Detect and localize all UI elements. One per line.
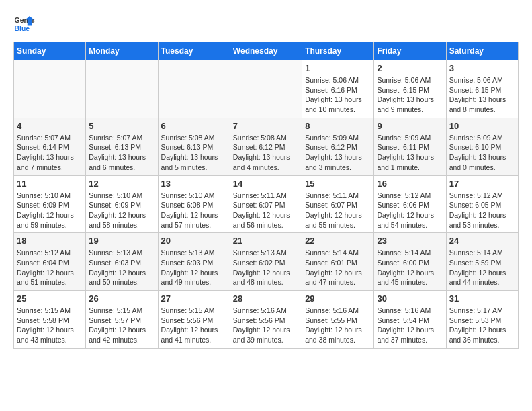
cell-day-number: 31 xyxy=(449,293,515,304)
cell-day-number: 3 xyxy=(449,63,515,73)
calendar-cell: 14Sunrise: 5:11 AMSunset: 6:07 PMDayligh… xyxy=(230,175,302,233)
cell-info: Sunrise: 5:06 AMSunset: 6:16 PMDaylight:… xyxy=(305,75,371,115)
calendar-cell: 8Sunrise: 5:09 AMSunset: 6:12 PMDaylight… xyxy=(302,118,374,175)
cell-day-number: 7 xyxy=(233,121,299,131)
cell-day-number: 15 xyxy=(305,179,371,189)
calendar-cell: 7Sunrise: 5:08 AMSunset: 6:12 PMDaylight… xyxy=(230,118,302,175)
header-monday: Monday xyxy=(86,42,158,60)
page-header: General Blue xyxy=(13,13,519,35)
cell-info: Sunrise: 5:16 AMSunset: 5:54 PMDaylight:… xyxy=(377,306,443,345)
cell-day-number: 26 xyxy=(89,293,154,304)
calendar-cell: 21Sunrise: 5:13 AMSunset: 6:02 PMDayligh… xyxy=(230,233,302,291)
calendar-cell: 10Sunrise: 5:09 AMSunset: 6:10 PMDayligh… xyxy=(446,118,518,175)
calendar-cell: 26Sunrise: 5:15 AMSunset: 5:57 PMDayligh… xyxy=(86,291,158,349)
calendar-cell: 29Sunrise: 5:16 AMSunset: 5:55 PMDayligh… xyxy=(302,291,374,349)
calendar-cell: 24Sunrise: 5:14 AMSunset: 5:59 PMDayligh… xyxy=(446,233,518,291)
cell-info: Sunrise: 5:11 AMSunset: 6:07 PMDaylight:… xyxy=(233,191,299,230)
cell-day-number: 5 xyxy=(89,121,154,131)
cell-info: Sunrise: 5:09 AMSunset: 6:10 PMDaylight:… xyxy=(449,133,515,173)
cell-info: Sunrise: 5:17 AMSunset: 5:53 PMDaylight:… xyxy=(449,306,515,345)
cell-info: Sunrise: 5:10 AMSunset: 6:08 PMDaylight:… xyxy=(161,191,227,230)
calendar-cell xyxy=(230,60,302,118)
calendar-cell: 27Sunrise: 5:15 AMSunset: 5:56 PMDayligh… xyxy=(158,291,230,349)
calendar-cell: 5Sunrise: 5:07 AMSunset: 6:13 PMDaylight… xyxy=(86,118,158,175)
cell-day-number: 1 xyxy=(305,63,371,73)
calendar-cell xyxy=(86,60,158,118)
calendar-cell: 6Sunrise: 5:08 AMSunset: 6:13 PMDaylight… xyxy=(158,118,230,175)
cell-day-number: 6 xyxy=(161,121,227,131)
cell-info: Sunrise: 5:06 AMSunset: 6:15 PMDaylight:… xyxy=(377,75,443,115)
calendar-cell: 4Sunrise: 5:07 AMSunset: 6:14 PMDaylight… xyxy=(14,118,86,175)
calendar-cell xyxy=(158,60,230,118)
cell-info: Sunrise: 5:08 AMSunset: 6:13 PMDaylight:… xyxy=(161,133,227,173)
cell-info: Sunrise: 5:07 AMSunset: 6:13 PMDaylight:… xyxy=(89,133,154,173)
cell-info: Sunrise: 5:10 AMSunset: 6:09 PMDaylight:… xyxy=(17,191,83,230)
cell-info: Sunrise: 5:14 AMSunset: 5:59 PMDaylight:… xyxy=(449,248,515,287)
calendar-cell: 25Sunrise: 5:15 AMSunset: 5:58 PMDayligh… xyxy=(14,291,86,349)
week-row-1: 1Sunrise: 5:06 AMSunset: 6:16 PMDaylight… xyxy=(14,60,519,118)
cell-day-number: 20 xyxy=(161,236,227,246)
cell-day-number: 9 xyxy=(377,121,443,131)
calendar-cell: 13Sunrise: 5:10 AMSunset: 6:08 PMDayligh… xyxy=(158,175,230,233)
cell-info: Sunrise: 5:12 AMSunset: 6:06 PMDaylight:… xyxy=(377,191,443,230)
calendar-cell: 11Sunrise: 5:10 AMSunset: 6:09 PMDayligh… xyxy=(14,175,86,233)
cell-day-number: 24 xyxy=(449,236,515,246)
week-row-5: 25Sunrise: 5:15 AMSunset: 5:58 PMDayligh… xyxy=(14,291,519,349)
cell-day-number: 14 xyxy=(233,179,299,189)
calendar-table: SundayMondayTuesdayWednesdayThursdayFrid… xyxy=(13,42,519,349)
cell-day-number: 30 xyxy=(377,293,443,304)
cell-info: Sunrise: 5:13 AMSunset: 6:02 PMDaylight:… xyxy=(233,248,299,287)
calendar-cell: 12Sunrise: 5:10 AMSunset: 6:09 PMDayligh… xyxy=(86,175,158,233)
header-saturday: Saturday xyxy=(446,42,518,60)
calendar-cell: 20Sunrise: 5:13 AMSunset: 6:03 PMDayligh… xyxy=(158,233,230,291)
cell-day-number: 29 xyxy=(305,293,371,304)
cell-day-number: 10 xyxy=(449,121,515,131)
cell-info: Sunrise: 5:15 AMSunset: 5:57 PMDaylight:… xyxy=(89,306,154,345)
cell-day-number: 17 xyxy=(449,179,515,189)
cell-day-number: 16 xyxy=(377,179,443,189)
cell-info: Sunrise: 5:12 AMSunset: 6:05 PMDaylight:… xyxy=(449,191,515,230)
calendar-cell: 9Sunrise: 5:09 AMSunset: 6:11 PMDaylight… xyxy=(374,118,446,175)
logo-icon: General Blue xyxy=(13,13,35,35)
cell-day-number: 21 xyxy=(233,236,299,246)
cell-day-number: 8 xyxy=(305,121,371,131)
cell-info: Sunrise: 5:09 AMSunset: 6:11 PMDaylight:… xyxy=(377,133,443,173)
calendar-cell: 23Sunrise: 5:14 AMSunset: 6:00 PMDayligh… xyxy=(374,233,446,291)
calendar-cell: 30Sunrise: 5:16 AMSunset: 5:54 PMDayligh… xyxy=(374,291,446,349)
cell-day-number: 27 xyxy=(161,293,227,304)
svg-text:Blue: Blue xyxy=(15,25,30,32)
cell-info: Sunrise: 5:09 AMSunset: 6:12 PMDaylight:… xyxy=(305,133,371,173)
cell-info: Sunrise: 5:10 AMSunset: 6:09 PMDaylight:… xyxy=(89,191,154,230)
week-row-4: 18Sunrise: 5:12 AMSunset: 6:04 PMDayligh… xyxy=(14,233,519,291)
calendar-cell: 18Sunrise: 5:12 AMSunset: 6:04 PMDayligh… xyxy=(14,233,86,291)
cell-info: Sunrise: 5:14 AMSunset: 6:00 PMDaylight:… xyxy=(377,248,443,287)
calendar-cell: 17Sunrise: 5:12 AMSunset: 6:05 PMDayligh… xyxy=(446,175,518,233)
header-tuesday: Tuesday xyxy=(158,42,230,60)
header-wednesday: Wednesday xyxy=(230,42,302,60)
calendar-cell: 1Sunrise: 5:06 AMSunset: 6:16 PMDaylight… xyxy=(302,60,374,118)
cell-info: Sunrise: 5:16 AMSunset: 5:56 PMDaylight:… xyxy=(233,306,299,345)
week-row-3: 11Sunrise: 5:10 AMSunset: 6:09 PMDayligh… xyxy=(14,175,519,233)
cell-day-number: 12 xyxy=(89,179,154,189)
header-friday: Friday xyxy=(374,42,446,60)
header-sunday: Sunday xyxy=(14,42,86,60)
calendar-cell: 31Sunrise: 5:17 AMSunset: 5:53 PMDayligh… xyxy=(446,291,518,349)
cell-info: Sunrise: 5:15 AMSunset: 5:56 PMDaylight:… xyxy=(161,306,227,345)
calendar-cell xyxy=(14,60,86,118)
cell-info: Sunrise: 5:13 AMSunset: 6:03 PMDaylight:… xyxy=(89,248,154,287)
calendar-cell: 19Sunrise: 5:13 AMSunset: 6:03 PMDayligh… xyxy=(86,233,158,291)
cell-info: Sunrise: 5:08 AMSunset: 6:12 PMDaylight:… xyxy=(233,133,299,173)
header-thursday: Thursday xyxy=(302,42,374,60)
calendar-cell: 22Sunrise: 5:14 AMSunset: 6:01 PMDayligh… xyxy=(302,233,374,291)
cell-info: Sunrise: 5:11 AMSunset: 6:07 PMDaylight:… xyxy=(305,191,371,230)
cell-day-number: 11 xyxy=(17,179,83,189)
cell-info: Sunrise: 5:12 AMSunset: 6:04 PMDaylight:… xyxy=(17,248,83,287)
calendar-cell: 15Sunrise: 5:11 AMSunset: 6:07 PMDayligh… xyxy=(302,175,374,233)
cell-day-number: 18 xyxy=(17,236,83,246)
cell-info: Sunrise: 5:15 AMSunset: 5:58 PMDaylight:… xyxy=(17,306,83,345)
cell-day-number: 4 xyxy=(17,121,83,131)
week-row-2: 4Sunrise: 5:07 AMSunset: 6:14 PMDaylight… xyxy=(14,118,519,175)
header-row: SundayMondayTuesdayWednesdayThursdayFrid… xyxy=(14,42,519,60)
calendar-cell: 3Sunrise: 5:06 AMSunset: 6:15 PMDaylight… xyxy=(446,60,518,118)
cell-day-number: 2 xyxy=(377,63,443,73)
